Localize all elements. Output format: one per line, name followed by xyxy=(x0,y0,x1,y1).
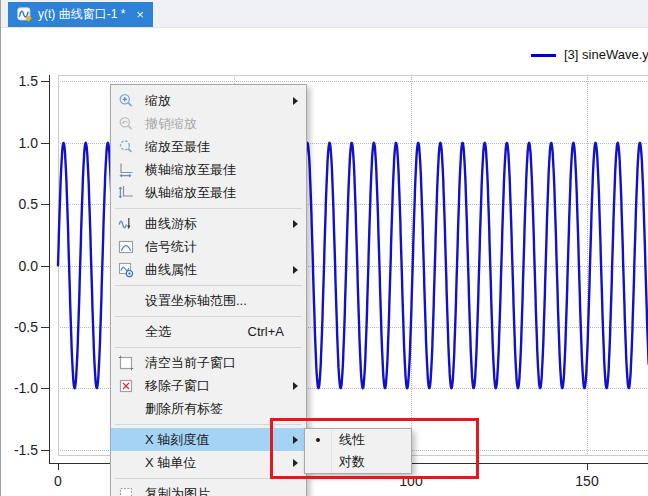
menu-item-zoom-to-fit[interactable]: 缩放至最佳 xyxy=(111,135,306,158)
zoom-in-icon xyxy=(111,93,141,109)
annotation-rectangle xyxy=(270,418,479,479)
menu-item-label: 横轴缩放至最佳 xyxy=(145,161,236,179)
menu-item-label: 缩放 xyxy=(145,92,171,110)
menu-item-label: 删除所有标签 xyxy=(145,400,223,418)
legend-label: [3] sineWave.y xyxy=(564,47,648,62)
menu-item-remove-subwindow[interactable]: 移除子窗口 xyxy=(111,374,306,397)
y-tick-mark xyxy=(41,143,49,144)
signal-stats-icon xyxy=(111,239,141,255)
y-tick-mark xyxy=(41,388,49,389)
menu-separator xyxy=(111,204,306,212)
menu-item-zoom-to-fit-x[interactable]: 横轴缩放至最佳 xyxy=(111,158,306,181)
zoom-fit-icon xyxy=(111,139,141,155)
menu-item-signal-statistics[interactable]: 信号统计 xyxy=(111,235,306,258)
menu-item-set-axis-range[interactable]: 设置坐标轴范围... xyxy=(111,289,306,312)
plot-window: -1.5-1.0-0.50.00.51.01.5050100150 [3] si… xyxy=(0,0,648,496)
menu-item-select-all[interactable]: 全选Ctrl+A xyxy=(111,320,306,343)
x-tick-label: 0 xyxy=(36,472,80,490)
menu-separator xyxy=(111,312,306,320)
y-tick-label: 1.5 xyxy=(4,72,38,90)
y-tick-mark xyxy=(41,266,49,267)
legend-entry[interactable]: [3] sineWave.y xyxy=(531,47,648,62)
y-tick-label: 0.0 xyxy=(4,257,38,275)
remove-subwindow-icon xyxy=(111,378,141,394)
menu-item-curve-properties[interactable]: 曲线属性 xyxy=(111,258,306,281)
curve-cursor-icon xyxy=(111,216,141,232)
y-tick-mark xyxy=(41,450,49,451)
submenu-arrow-icon xyxy=(293,220,298,228)
menu-item-clear-current-subwindow[interactable]: 清空当前子窗口 xyxy=(111,351,306,374)
menu-item-label: 设置坐标轴范围... xyxy=(145,292,247,310)
menu-item-zoom[interactable]: 缩放 xyxy=(111,89,306,112)
menu-item-label: 缩放至最佳 xyxy=(145,138,210,156)
menu-separator xyxy=(111,281,306,289)
menu-item-label: 曲线游标 xyxy=(145,215,197,233)
copy-image-icon xyxy=(111,486,141,496)
zoom-fit-y-icon xyxy=(111,185,141,201)
tab-curve-window-1[interactable]: y(t) 曲线窗口-1 * × xyxy=(8,2,153,27)
menu-item-zoom-to-fit-y[interactable]: 纵轴缩放至最佳 xyxy=(111,181,306,204)
menu-separator xyxy=(111,343,306,351)
menu-item-label: 信号统计 xyxy=(145,238,197,256)
curve-properties-icon xyxy=(111,262,141,278)
submenu-arrow-icon xyxy=(293,97,298,105)
menu-item-copy-as-image[interactable]: 复制为图片 xyxy=(111,482,306,496)
y-tick-mark xyxy=(41,327,49,328)
menu-item-label: X 轴刻度值 xyxy=(145,431,209,449)
menu-item-label: 清空当前子窗口 xyxy=(145,354,236,372)
menu-item-label: 移除子窗口 xyxy=(145,377,210,395)
submenu-arrow-icon xyxy=(293,266,298,274)
y-tick-label: -1.0 xyxy=(4,379,38,397)
menu-item-curve-cursor[interactable]: 曲线游标 xyxy=(111,212,306,235)
menu-item-label: X 轴单位 xyxy=(145,454,196,472)
menu-item-undo-zoom[interactable]: 撤销缩放 xyxy=(111,112,306,135)
menu-item-delete-all-labels[interactable]: 删除所有标签 xyxy=(111,397,306,420)
y-tick-label: 1.0 xyxy=(4,134,38,152)
menu-item-label: 曲线属性 xyxy=(145,261,197,279)
y-tick-label: -0.5 xyxy=(4,318,38,336)
y-tick-mark xyxy=(41,204,49,205)
x-tick-label: 150 xyxy=(565,472,609,490)
menu-item-label: 撤销缩放 xyxy=(145,115,197,133)
clear-subwindow-icon xyxy=(111,355,141,371)
y-tick-label: 0.5 xyxy=(4,195,38,213)
submenu-arrow-icon xyxy=(293,382,298,390)
zoom-fit-x-icon xyxy=(111,162,141,178)
y-axis-line xyxy=(49,75,50,463)
x-tick-mark xyxy=(587,463,588,470)
menu-shortcut: Ctrl+A xyxy=(248,324,284,339)
undo-zoom-icon xyxy=(111,116,141,132)
y-tick-label: -1.5 xyxy=(4,441,38,459)
menu-item-label: 复制为图片 xyxy=(145,485,210,496)
legend-line-sample xyxy=(531,54,556,57)
menu-item-label: 全选 xyxy=(145,323,171,341)
close-icon[interactable]: × xyxy=(136,7,144,22)
y-tick-mark xyxy=(41,81,49,82)
tab-bar: y(t) 曲线窗口-1 * × xyxy=(1,0,648,28)
x-tick-mark xyxy=(58,463,59,470)
menu-item-label: 纵轴缩放至最佳 xyxy=(145,184,236,202)
tab-title: y(t) 曲线窗口-1 * xyxy=(38,6,125,23)
waveform-plus-icon xyxy=(17,7,32,22)
